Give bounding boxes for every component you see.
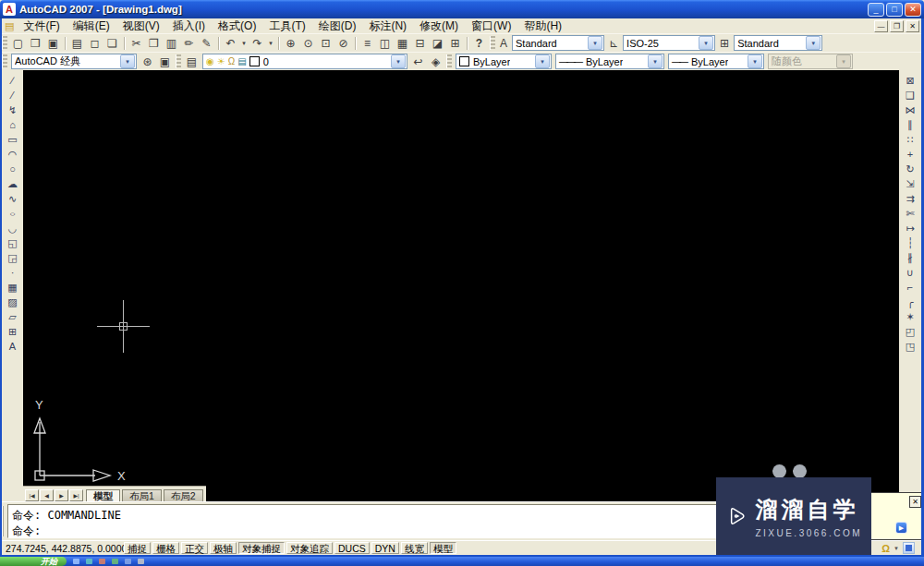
move-icon[interactable]: + — [901, 147, 919, 162]
tab-layout2[interactable]: 布局2 — [164, 489, 203, 501]
linetype-combo[interactable]: ——— ByLayer ▾ — [555, 54, 664, 69]
construction-line-icon[interactable]: ⁄ — [4, 88, 22, 102]
zoom-realtime-icon[interactable]: ⊙ — [299, 35, 317, 52]
menu-modify[interactable]: 修改(M) — [413, 18, 465, 34]
chevron-down-icon[interactable]: ▾ — [806, 36, 821, 50]
toolbar-grip[interactable] — [176, 54, 181, 68]
polyline-icon[interactable]: ↯ — [4, 102, 22, 117]
menu-help[interactable]: 帮助(H) — [517, 18, 568, 34]
last-tab-button[interactable]: ▶| — [69, 489, 83, 501]
zoom-window-icon[interactable]: ⊡ — [317, 35, 334, 52]
break-icon[interactable]: ∦ — [901, 250, 919, 265]
arc-icon[interactable]: ◠ — [4, 147, 22, 162]
line-icon[interactable]: ∕ — [4, 73, 22, 88]
taskbar-icon[interactable] — [138, 559, 144, 564]
table-style-combo[interactable]: Standard ▾ — [734, 35, 822, 51]
quickcalc-icon[interactable]: ⊞ — [446, 35, 464, 52]
chevron-down-icon[interactable]: ▾ — [648, 54, 663, 68]
toolbar-grip[interactable] — [446, 54, 452, 68]
layer-states-manager-icon[interactable]: ◈ — [427, 54, 444, 70]
dyn-toggle[interactable]: DYN — [371, 542, 399, 554]
gradient-icon[interactable]: ▨ — [4, 295, 22, 309]
circle-icon[interactable]: ○ — [4, 162, 22, 176]
dim-style-combo[interactable]: ISO-25 ▾ — [623, 35, 715, 51]
menu-view[interactable]: 视图(V) — [116, 18, 166, 34]
undo-dropdown-icon[interactable]: ▾ — [239, 35, 249, 52]
menu-tools[interactable]: 工具(T) — [262, 18, 311, 34]
ellipse-arc-icon[interactable]: ◡ — [4, 221, 22, 235]
clean-screen-button[interactable] — [903, 542, 915, 554]
dim-style-icon[interactable]: ⊾ — [609, 37, 618, 50]
layer-properties-manager-icon[interactable]: ▤ — [183, 54, 201, 70]
copy-icon[interactable]: ❐ — [145, 35, 163, 52]
chevron-down-icon[interactable]: ▾ — [588, 36, 602, 50]
hatch-icon[interactable]: ▦ — [4, 280, 22, 295]
chevron-down-icon[interactable]: ▾ — [535, 54, 550, 68]
taskbar-icon[interactable] — [125, 559, 131, 564]
stretch-icon[interactable]: ⇉ — [901, 191, 919, 206]
chamfer-icon[interactable]: ⌐ — [901, 280, 919, 295]
command-window-grip[interactable] — [2, 506, 6, 536]
text-style-icon[interactable]: A — [500, 37, 507, 50]
model-toggle[interactable]: 模型 — [430, 542, 456, 554]
chevron-down-icon[interactable]: ▾ — [391, 54, 406, 68]
tab-model[interactable]: 模型 — [86, 489, 120, 501]
toolbar-grip[interactable] — [2, 36, 7, 50]
mdi-restore-button[interactable]: ❐ — [890, 20, 904, 32]
taskbar-icon[interactable] — [112, 559, 118, 564]
tool-palettes-icon[interactable]: ▦ — [394, 35, 411, 52]
paste-icon[interactable]: ▥ — [163, 35, 180, 52]
rotate-icon[interactable]: ↻ — [901, 162, 919, 176]
mdi-minimize-button[interactable]: — — [874, 20, 888, 32]
ortho-toggle[interactable]: 正交 — [181, 542, 208, 554]
chevron-down-icon[interactable]: ▾ — [699, 36, 713, 50]
region-icon[interactable]: ▱ — [4, 309, 22, 324]
snap-toggle[interactable]: 捕捉 — [124, 542, 151, 554]
taskbar-icon[interactable] — [73, 559, 79, 564]
layer-lock-icon[interactable]: Ω — [228, 56, 235, 66]
point-icon[interactable]: · — [4, 265, 22, 280]
mdi-close-button[interactable]: ✕ — [906, 20, 919, 32]
coordinate-readout[interactable]: 274.7245, 442.8875, 0.0000 — [0, 543, 124, 554]
erase-icon[interactable]: ⊠ — [901, 73, 919, 88]
join-icon[interactable]: ∪ — [901, 265, 919, 280]
tab-layout1[interactable]: 布局1 — [122, 489, 162, 501]
undo-icon[interactable]: ↶ — [222, 35, 239, 52]
extend-icon[interactable]: ↦ — [901, 221, 919, 235]
menu-window[interactable]: 窗口(W) — [465, 18, 517, 34]
fillet-icon[interactable]: ╭ — [901, 295, 919, 309]
menu-dimension[interactable]: 标注(N) — [362, 18, 413, 34]
zoom-previous-icon[interactable]: ⊘ — [334, 35, 352, 52]
toolbar-grip[interactable] — [490, 36, 495, 50]
help-icon[interactable]: ? — [470, 35, 488, 52]
markup-set-manager-icon[interactable]: ◪ — [429, 35, 446, 52]
lineweight-toggle[interactable]: 线宽 — [401, 542, 428, 554]
draworder-front-icon[interactable]: ◰ — [901, 324, 919, 339]
balloon-more-icon[interactable]: ▶ — [895, 522, 907, 534]
copy-object-icon[interactable]: ❑ — [901, 88, 919, 102]
workspace-combo[interactable]: AutoCAD 经典 ▾ — [11, 54, 137, 69]
polygon-icon[interactable]: ⌂ — [4, 117, 22, 132]
explode-icon[interactable]: ✶ — [901, 309, 919, 324]
ellipse-icon[interactable]: ○ — [4, 206, 22, 221]
table-style-icon[interactable]: ⊞ — [720, 37, 729, 50]
trim-icon[interactable]: ✄ — [901, 206, 919, 221]
sheet-set-manager-icon[interactable]: ⊟ — [411, 35, 429, 52]
match-properties-icon[interactable]: ✏ — [180, 35, 198, 52]
ducs-toggle[interactable]: DUCS — [334, 542, 370, 554]
revision-cloud-icon[interactable]: ☁ — [4, 176, 22, 191]
redo-dropdown-icon[interactable]: ▾ — [266, 35, 275, 52]
insert-block-icon[interactable]: ◱ — [4, 235, 22, 250]
layer-on-icon[interactable]: ◉ — [206, 56, 214, 66]
text-style-combo[interactable]: Standard ▾ — [512, 35, 604, 51]
menu-edit[interactable]: 编辑(E) — [67, 18, 116, 34]
toolbar-grip[interactable] — [2, 54, 7, 68]
lineweight-combo[interactable]: —— ByLayer ▾ — [668, 54, 764, 69]
workspace-settings-icon[interactable]: ⊛ — [139, 54, 156, 70]
otrack-toggle[interactable]: 对象追踪 — [286, 542, 333, 554]
polar-toggle[interactable]: 极轴 — [210, 542, 237, 554]
start-button[interactable]: 开始 — [0, 557, 67, 566]
layer-previous-icon[interactable]: ↩ — [409, 54, 427, 70]
osnap-toggle[interactable]: 对象捕捉 — [238, 542, 285, 554]
open-file-icon[interactable]: ❒ — [27, 35, 44, 52]
